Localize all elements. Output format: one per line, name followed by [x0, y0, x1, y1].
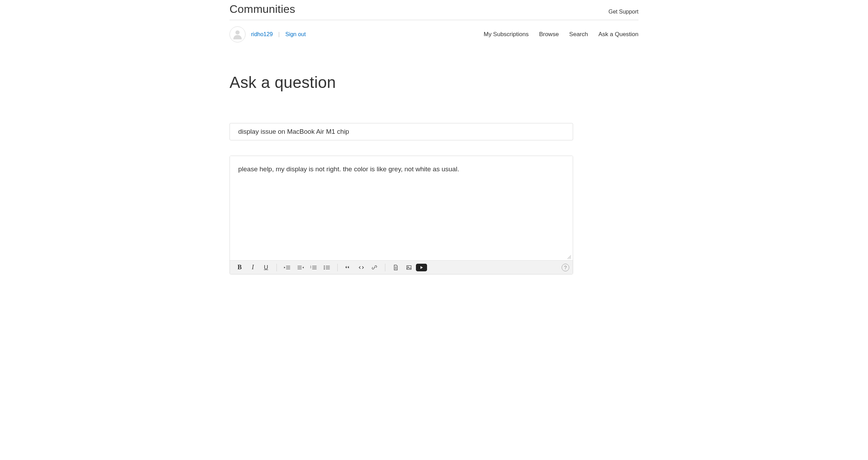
get-support-link[interactable]: Get Support	[609, 9, 638, 16]
link-icon	[371, 264, 378, 271]
nav-search[interactable]: Search	[569, 31, 588, 38]
italic-icon: I	[252, 264, 254, 271]
bold-icon: B	[238, 264, 242, 271]
document-icon	[393, 264, 399, 271]
avatar[interactable]	[230, 26, 246, 42]
user-block: ridho129 | Sign out	[230, 26, 306, 42]
nav-links: My Subscriptions Browse Search Ask a Que…	[484, 31, 638, 38]
toolbar-separator	[276, 264, 277, 271]
underline-button[interactable]: U	[260, 262, 272, 273]
indent-icon	[297, 265, 304, 270]
svg-point-25	[408, 266, 408, 267]
link-button[interactable]	[368, 262, 381, 273]
code-icon	[358, 264, 364, 271]
nav-browse[interactable]: Browse	[539, 31, 559, 38]
unordered-list-button[interactable]	[321, 262, 333, 273]
italic-button[interactable]: I	[247, 262, 259, 273]
header-row: Communities Get Support	[230, 0, 638, 20]
svg-point-16	[324, 267, 325, 268]
svg-point-15	[324, 265, 325, 266]
svg-point-17	[324, 268, 325, 269]
video-button[interactable]	[416, 264, 427, 271]
editor-toolbar: B I U	[230, 260, 573, 274]
code-button[interactable]	[355, 262, 368, 273]
user-nav-row: ridho129 | Sign out My Subscriptions Bro…	[230, 20, 638, 46]
nav-my-subscriptions[interactable]: My Subscriptions	[484, 31, 529, 38]
help-button[interactable]: ?	[562, 264, 569, 271]
outdent-button[interactable]	[281, 262, 294, 273]
signout-link[interactable]: Sign out	[285, 31, 306, 38]
ordered-list-button[interactable]: 1 2	[307, 262, 320, 273]
resize-grip-icon[interactable]	[567, 255, 572, 260]
question-body-input[interactable]	[230, 156, 573, 259]
ordered-list-icon: 1 2	[310, 265, 317, 270]
page-heading: Ask a question	[230, 73, 638, 92]
toolbar-separator	[337, 264, 338, 271]
svg-rect-24	[407, 265, 411, 269]
editor-wrap: B I U	[230, 156, 573, 274]
image-icon	[406, 264, 412, 271]
bold-button[interactable]: B	[233, 262, 246, 273]
underline-icon: U	[264, 264, 268, 271]
svg-point-0	[235, 30, 240, 34]
indent-button[interactable]	[294, 262, 307, 273]
svg-line-3	[570, 258, 571, 259]
user-icon	[232, 28, 243, 40]
svg-text:2: 2	[310, 266, 311, 269]
nav-ask-question[interactable]: Ask a Question	[598, 31, 638, 38]
username-link[interactable]: ridho129	[251, 31, 273, 38]
toolbar-separator	[385, 264, 385, 271]
site-title[interactable]: Communities	[230, 3, 295, 16]
attachment-button[interactable]	[389, 262, 402, 273]
quote-button[interactable]	[342, 262, 354, 273]
separator: |	[278, 31, 280, 38]
question-title-input[interactable]	[230, 123, 573, 140]
image-button[interactable]	[403, 262, 415, 273]
play-icon	[419, 265, 424, 270]
unordered-list-icon	[323, 265, 330, 270]
quote-icon	[345, 264, 351, 271]
outdent-icon	[284, 265, 291, 270]
